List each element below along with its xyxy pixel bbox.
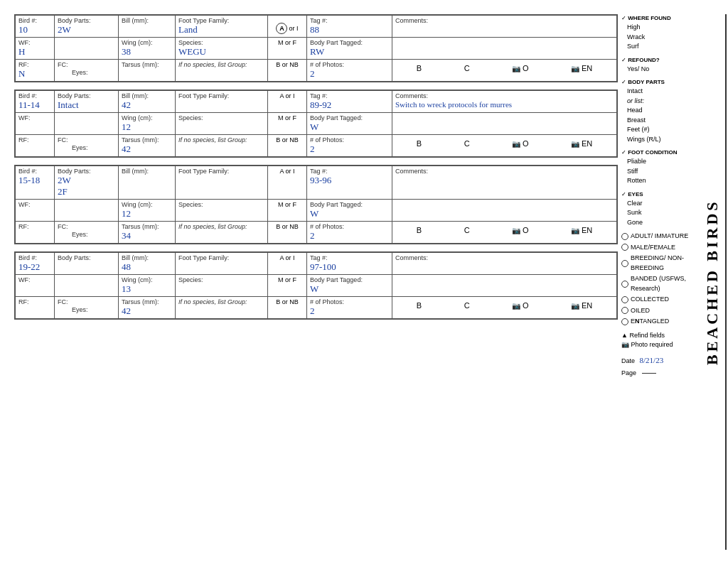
bird4-camera-en: 📷 EN <box>571 301 592 310</box>
wing-label: Wing (cm): <box>122 39 172 46</box>
wf-label-3: WF: <box>18 201 51 208</box>
bpt-label-2: Body Part Tagged: <box>310 114 389 121</box>
body-parts-breast: Breast <box>621 116 700 126</box>
bird2-num: 11-14 <box>18 99 51 111</box>
body-parts-label-s: BODY PARTS <box>628 79 665 85</box>
bird2-wing: 12 <box>122 121 172 133</box>
foot-rotten: Rotten <box>621 176 700 186</box>
species-label-4: Species: <box>178 276 264 283</box>
photo-req-label: 📷 Photo required <box>621 340 700 350</box>
tag-label-4: Tag #: <box>310 254 389 261</box>
oiled-radio <box>621 307 628 314</box>
bird2-bpt: W <box>310 121 389 133</box>
eyes-gone: Gone <box>621 218 700 228</box>
bird2-bill: 42 <box>122 99 172 111</box>
bird2-bc-c: C <box>464 139 470 148</box>
species-label-3: Species: <box>178 201 264 208</box>
bird1-photos: 2 <box>310 68 389 80</box>
date-section: Date 8/21/23 <box>621 354 700 367</box>
bird1-rf: N <box>18 68 51 80</box>
oiled-item: OILED <box>621 306 700 316</box>
body-parts-label-3: Body Parts: <box>58 168 115 175</box>
foot-condition-label: FOOT CONDITION <box>628 149 677 156</box>
oiled-label: OILED <box>631 306 650 316</box>
body-parts-or-list: or list: <box>621 97 700 107</box>
tarsus-label-4: Tarsus (mm): <box>122 298 172 305</box>
main-content: Bird #: 10 Body Parts: 2W Bill (mm): Foo… <box>14 14 618 550</box>
where-found-wrack: Wrack <box>621 33 700 43</box>
banded-radio <box>621 281 628 288</box>
body-parts-checkmark: ✓ BODY PARTS <box>621 78 700 87</box>
bird-num-label-3: Bird #: <box>18 168 51 175</box>
num-photos-label: # of Photos: <box>310 61 389 68</box>
bird1-body-parts: 2W <box>58 24 115 36</box>
species-group-label-2: If no species, list Group: <box>178 136 264 143</box>
fc-label-3: FC: <box>58 223 115 230</box>
bird3-photos: 2 <box>310 230 389 242</box>
tarsus-label-2: Tarsus (mm): <box>122 136 172 143</box>
refound-yesno: Yes/ No <box>621 65 700 75</box>
refind-label: ▲ Refind fields <box>621 331 700 341</box>
bird3-body-parts-1: 2W <box>58 175 115 186</box>
bird3-bc-c: C <box>464 226 470 234</box>
banded-item: BANDED (USFWS, Research) <box>621 274 700 293</box>
foot-pliable: Pliable <box>621 157 700 167</box>
bird4-tarsus: 42 <box>122 305 172 317</box>
refound-label: REFOUND? <box>628 57 659 63</box>
eyes-checkmark: ✓ EYES <box>621 190 700 199</box>
bird2-sex-bnb: B or NB <box>268 135 307 157</box>
page-label: Page <box>621 369 636 379</box>
sidebar-right: BEACHED BIRDS <box>700 14 721 550</box>
bird2-photos: 2 <box>310 143 389 155</box>
species-group-label-4: If no species, list Group: <box>178 298 264 305</box>
collected-radio <box>621 296 628 303</box>
eyes-label-row: Eyes: <box>72 69 88 76</box>
where-found-high: High <box>621 23 700 33</box>
bill-label: Bill (mm): <box>122 17 172 24</box>
sidebar: ✓ WHERE FOUND High Wrack Surf ✓ REFOUND?… <box>618 14 721 550</box>
comments-label: Comments: <box>395 17 614 24</box>
sex-a-circle: A <box>276 23 287 34</box>
male-label: MALE/FEMALE <box>631 243 675 253</box>
body-parts-label: Body Parts: <box>58 17 115 24</box>
bird-record-2: Bird #: 11-14 Body Parts: Intact Bill (m… <box>14 90 618 158</box>
bird4-sex-bnb: B or NB <box>268 297 307 319</box>
body-parts-label-4: Body Parts: <box>58 254 115 261</box>
fc-label: FC: <box>58 61 115 68</box>
comments-label-3: Comments: <box>395 168 614 175</box>
bird3-wing: 12 <box>122 208 172 219</box>
bpt-label-3: Body Part Tagged: <box>310 201 389 208</box>
bird1-num: 10 <box>18 24 51 36</box>
rf-label-4: RF: <box>18 298 51 305</box>
bird3-camera-o: 📷 O <box>512 226 528 234</box>
entangled-radio <box>621 318 628 325</box>
bill-label-2: Bill (mm): <box>122 92 172 99</box>
comments-label-4: Comments: <box>395 254 614 261</box>
collected-label: COLLECTED <box>631 295 669 305</box>
tarsus-label-3: Tarsus (mm): <box>122 223 172 230</box>
bird1-camera-o: 📷 O <box>512 64 528 72</box>
body-parts-section: ✓ BODY PARTS Intact or list: Head Breast… <box>621 78 700 144</box>
bird4-bpt: W <box>310 283 389 295</box>
bird2-tag: 89-92 <box>310 99 389 111</box>
body-parts-intact: Intact <box>621 87 700 97</box>
body-parts-head: Head <box>621 106 700 116</box>
bird1-wing: 38 <box>122 46 172 58</box>
breeding-radio <box>621 260 628 267</box>
entangled-item: ENTANGLED <box>621 317 700 327</box>
eyes-clear: Clear <box>621 199 700 209</box>
sex-or-label: or I <box>289 25 298 32</box>
bird3-bc-b: B <box>417 226 422 234</box>
foot-condition-checkmark: ✓ FOOT CONDITION <box>621 148 700 157</box>
bird4-bill: 48 <box>122 261 172 273</box>
eyes-section: ✓ EYES Clear Sunk Gone <box>621 190 700 228</box>
rf-label-3: RF: <box>18 223 51 230</box>
where-found-label: WHERE FOUND <box>628 15 670 21</box>
rf-label-2: RF: <box>18 136 51 143</box>
foot-type-label-3: Foot Type Family: <box>178 168 264 175</box>
wing-label-2: Wing (cm): <box>122 114 172 121</box>
refound-section: ✓ REFOUND? Yes/ No <box>621 56 700 75</box>
wing-label-4: Wing (cm): <box>122 276 172 283</box>
bird1-bc-c: C <box>464 64 470 72</box>
sex-bnb-label: B or NB <box>268 60 307 82</box>
